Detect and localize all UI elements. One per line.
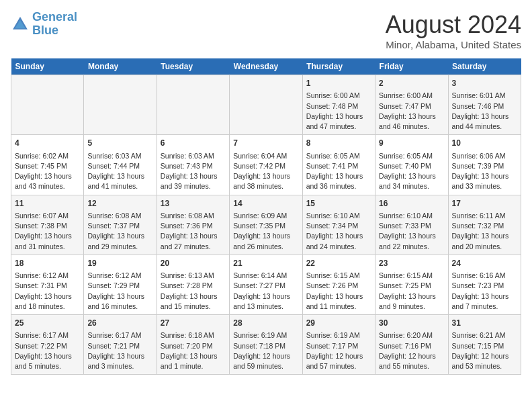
calendar-cell: 10Sunrise: 6:06 AMSunset: 7:39 PMDayligh… bbox=[448, 135, 521, 195]
daylight-text: Daylight: 12 hours and 53 minutes. bbox=[452, 352, 509, 370]
week-row-4: 18Sunrise: 6:12 AMSunset: 7:31 PMDayligh… bbox=[11, 255, 521, 314]
header-day-monday: Monday bbox=[84, 58, 157, 75]
calendar-cell: 8Sunrise: 6:05 AMSunset: 7:41 PMDaylight… bbox=[302, 135, 375, 195]
calendar-cell bbox=[230, 75, 302, 135]
sunset-text: Sunset: 7:22 PM bbox=[15, 342, 67, 350]
daylight-text: Daylight: 13 hours and 13 minutes. bbox=[233, 292, 290, 310]
calendar-cell: 18Sunrise: 6:12 AMSunset: 7:31 PMDayligh… bbox=[11, 255, 84, 314]
daylight-text: Daylight: 13 hours and 1 minute. bbox=[161, 352, 218, 370]
subtitle: Minor, Alabama, United States bbox=[386, 39, 521, 50]
sunrise-text: Sunrise: 6:17 AM bbox=[87, 331, 141, 339]
daylight-text: Daylight: 13 hours and 3 minutes. bbox=[87, 352, 144, 370]
header-day-saturday: Saturday bbox=[448, 58, 521, 75]
sunrise-text: Sunrise: 6:10 AM bbox=[379, 212, 433, 220]
sunset-text: Sunset: 7:37 PM bbox=[87, 222, 140, 230]
sunrise-text: Sunrise: 6:11 AM bbox=[452, 212, 506, 220]
day-number: 5 bbox=[87, 138, 152, 149]
daylight-text: Daylight: 13 hours and 39 minutes. bbox=[161, 172, 218, 190]
sunset-text: Sunset: 7:40 PM bbox=[379, 162, 431, 170]
calendar-cell bbox=[11, 75, 84, 135]
calendar-body: 1Sunrise: 6:00 AMSunset: 7:48 PMDaylight… bbox=[11, 75, 521, 375]
daylight-text: Daylight: 13 hours and 7 minutes. bbox=[452, 292, 509, 310]
daylight-text: Daylight: 13 hours and 22 minutes. bbox=[379, 232, 436, 250]
week-row-1: 1Sunrise: 6:00 AMSunset: 7:48 PMDaylight… bbox=[11, 75, 521, 135]
sunrise-text: Sunrise: 6:16 AM bbox=[452, 271, 506, 279]
sunset-text: Sunset: 7:28 PM bbox=[161, 281, 213, 289]
calendar-cell: 30Sunrise: 6:20 AMSunset: 7:16 PMDayligh… bbox=[375, 315, 448, 375]
header: General Blue August 2024 Minor, Alabama,… bbox=[11, 11, 521, 50]
day-number: 23 bbox=[379, 258, 444, 269]
sunset-text: Sunset: 7:31 PM bbox=[15, 281, 67, 289]
sunrise-text: Sunrise: 6:05 AM bbox=[379, 152, 433, 160]
daylight-text: Daylight: 13 hours and 43 minutes. bbox=[15, 172, 72, 190]
day-number: 22 bbox=[306, 258, 371, 269]
sunrise-text: Sunrise: 6:06 AM bbox=[452, 152, 506, 160]
header-day-wednesday: Wednesday bbox=[230, 58, 302, 75]
sunset-text: Sunset: 7:26 PM bbox=[306, 281, 359, 289]
daylight-text: Daylight: 13 hours and 41 minutes. bbox=[87, 172, 144, 190]
daylight-text: Daylight: 13 hours and 15 minutes. bbox=[161, 292, 218, 310]
sunrise-text: Sunrise: 6:00 AM bbox=[379, 91, 433, 99]
day-number: 12 bbox=[87, 198, 152, 210]
day-number: 25 bbox=[15, 318, 80, 329]
calendar-cell: 3Sunrise: 6:01 AMSunset: 7:46 PMDaylight… bbox=[448, 75, 521, 135]
day-number: 30 bbox=[379, 318, 444, 329]
logo: General Blue bbox=[11, 11, 77, 38]
daylight-text: Daylight: 13 hours and 9 minutes. bbox=[379, 292, 436, 310]
day-number: 2 bbox=[379, 78, 444, 89]
sunset-text: Sunset: 7:18 PM bbox=[233, 342, 285, 350]
day-number: 20 bbox=[161, 258, 226, 269]
sunset-text: Sunset: 7:17 PM bbox=[306, 342, 359, 350]
sunrise-text: Sunrise: 6:21 AM bbox=[452, 331, 506, 339]
calendar-cell: 2Sunrise: 6:00 AMSunset: 7:47 PMDaylight… bbox=[375, 75, 448, 135]
week-row-5: 25Sunrise: 6:17 AMSunset: 7:22 PMDayligh… bbox=[11, 315, 521, 375]
daylight-text: Daylight: 13 hours and 47 minutes. bbox=[306, 112, 363, 130]
day-number: 21 bbox=[233, 258, 298, 269]
sunrise-text: Sunrise: 6:00 AM bbox=[306, 91, 360, 99]
sunrise-text: Sunrise: 6:20 AM bbox=[379, 331, 433, 339]
sunset-text: Sunset: 7:43 PM bbox=[161, 162, 213, 170]
sunrise-text: Sunrise: 6:19 AM bbox=[306, 331, 360, 339]
sunset-text: Sunset: 7:44 PM bbox=[87, 162, 140, 170]
calendar-cell bbox=[84, 75, 157, 135]
daylight-text: Daylight: 12 hours and 57 minutes. bbox=[306, 352, 363, 370]
calendar-cell: 28Sunrise: 6:19 AMSunset: 7:18 PMDayligh… bbox=[230, 315, 302, 375]
header-day-thursday: Thursday bbox=[302, 58, 375, 75]
sunset-text: Sunset: 7:23 PM bbox=[452, 281, 504, 289]
calendar-cell: 24Sunrise: 6:16 AMSunset: 7:23 PMDayligh… bbox=[448, 255, 521, 314]
calendar-cell: 15Sunrise: 6:10 AMSunset: 7:34 PMDayligh… bbox=[302, 195, 375, 255]
calendar-cell: 16Sunrise: 6:10 AMSunset: 7:33 PMDayligh… bbox=[375, 195, 448, 255]
day-number: 13 bbox=[161, 198, 226, 210]
daylight-text: Daylight: 13 hours and 38 minutes. bbox=[233, 172, 290, 190]
sunset-text: Sunset: 7:33 PM bbox=[379, 222, 431, 230]
calendar-cell: 17Sunrise: 6:11 AMSunset: 7:32 PMDayligh… bbox=[448, 195, 521, 255]
calendar-cell: 14Sunrise: 6:09 AMSunset: 7:35 PMDayligh… bbox=[230, 195, 302, 255]
main-title: August 2024 bbox=[386, 11, 521, 39]
sunrise-text: Sunrise: 6:15 AM bbox=[379, 271, 433, 279]
logo-line2: Blue bbox=[32, 24, 58, 37]
sunset-text: Sunset: 7:35 PM bbox=[233, 222, 285, 230]
sunrise-text: Sunrise: 6:03 AM bbox=[87, 152, 141, 160]
calendar-cell: 9Sunrise: 6:05 AMSunset: 7:40 PMDaylight… bbox=[375, 135, 448, 195]
daylight-text: Daylight: 13 hours and 5 minutes. bbox=[15, 352, 72, 370]
sunrise-text: Sunrise: 6:03 AM bbox=[161, 152, 214, 160]
daylight-text: Daylight: 13 hours and 34 minutes. bbox=[379, 172, 436, 190]
day-number: 8 bbox=[306, 138, 371, 149]
sunset-text: Sunset: 7:45 PM bbox=[15, 162, 67, 170]
sunrise-text: Sunrise: 6:07 AM bbox=[15, 212, 69, 220]
day-number: 18 bbox=[15, 258, 80, 269]
daylight-text: Daylight: 13 hours and 11 minutes. bbox=[306, 292, 363, 310]
sunset-text: Sunset: 7:27 PM bbox=[233, 281, 285, 289]
sunset-text: Sunset: 7:38 PM bbox=[15, 222, 67, 230]
header-day-sunday: Sunday bbox=[11, 58, 84, 75]
header-row: SundayMondayTuesdayWednesdayThursdayFrid… bbox=[11, 58, 521, 75]
day-number: 31 bbox=[452, 318, 517, 329]
day-number: 14 bbox=[233, 198, 298, 210]
sunrise-text: Sunrise: 6:01 AM bbox=[452, 91, 506, 99]
calendar-cell: 19Sunrise: 6:12 AMSunset: 7:29 PMDayligh… bbox=[84, 255, 157, 314]
daylight-text: Daylight: 12 hours and 55 minutes. bbox=[379, 352, 436, 370]
sunrise-text: Sunrise: 6:08 AM bbox=[87, 212, 141, 220]
day-number: 4 bbox=[15, 138, 80, 149]
sunrise-text: Sunrise: 6:15 AM bbox=[306, 271, 360, 279]
calendar-cell: 31Sunrise: 6:21 AMSunset: 7:15 PMDayligh… bbox=[448, 315, 521, 375]
